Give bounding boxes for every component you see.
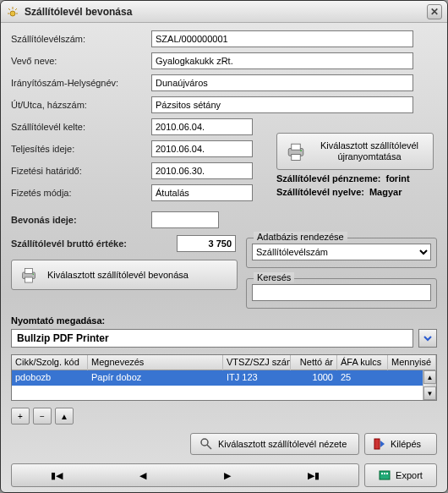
label-street: Út/Utca, házszám: bbox=[11, 100, 146, 110]
export-button[interactable]: Export bbox=[364, 463, 437, 487]
currency-label: Szállítólevél pénzneme: bbox=[276, 173, 380, 184]
col-code[interactable]: Cikk/Szolg. kód bbox=[12, 355, 88, 370]
input-gross-value[interactable] bbox=[177, 235, 236, 252]
currency-value: forint bbox=[385, 173, 409, 184]
pager: ▮◀ ◀ ▶ ▶▮ bbox=[11, 463, 359, 487]
window-title: Szállítólevél bevonása bbox=[25, 6, 427, 18]
reprint-label: Kiválasztott szállítólevél újranyomtatás… bbox=[313, 140, 426, 162]
label-buyer-name: Vevő neve: bbox=[11, 56, 146, 66]
col-name[interactable]: Megnevezés bbox=[88, 355, 223, 370]
export-icon bbox=[379, 469, 391, 481]
search-input[interactable] bbox=[252, 284, 431, 301]
vertical-scrollbar[interactable]: ▲ ▼ bbox=[423, 370, 436, 400]
db-order-legend: Adatbázis rendezése bbox=[254, 232, 347, 242]
svg-line-15 bbox=[207, 445, 211, 449]
svg-rect-7 bbox=[292, 144, 301, 150]
label-gross-value: Szállítólevél bruttó értéke: bbox=[11, 238, 172, 249]
lang-label: Szállítólevél nyelve: bbox=[276, 187, 364, 197]
exit-label: Kilépés bbox=[391, 439, 421, 449]
col-qty[interactable]: Mennyisé bbox=[388, 355, 436, 370]
label-include-time: Bevonás ideje: bbox=[11, 215, 146, 225]
svg-point-0 bbox=[10, 11, 15, 16]
exit-button[interactable]: Kilépés bbox=[364, 433, 437, 455]
svg-rect-20 bbox=[386, 473, 388, 474]
svg-rect-16 bbox=[374, 439, 380, 449]
lang-value: Magyar bbox=[369, 187, 402, 197]
magnifier-icon bbox=[199, 437, 213, 451]
svg-rect-11 bbox=[25, 269, 33, 274]
input-city-zip[interactable] bbox=[151, 74, 413, 91]
window: Szállítólevél bevonása ✕ Szállítólevélsz… bbox=[0, 0, 448, 493]
db-order-select[interactable]: Szállítólevélszám bbox=[252, 244, 431, 260]
chevron-down-icon bbox=[423, 333, 433, 343]
input-delivery-date[interactable] bbox=[151, 118, 253, 135]
nav-up-button[interactable]: ▲ bbox=[55, 408, 74, 425]
search-legend: Keresés bbox=[254, 272, 294, 282]
view-button[interactable]: Kiválasztott szállítólevél nézete bbox=[190, 433, 359, 455]
nav-plus-button[interactable]: + bbox=[11, 408, 30, 425]
reprint-button[interactable]: Kiválasztott szállítólevél újranyomtatás… bbox=[276, 133, 434, 170]
label-city-zip: Irányítószám-Helységnév: bbox=[11, 78, 146, 88]
col-vat[interactable]: ÁFA kulcs bbox=[337, 355, 388, 370]
include-label: Kiválasztott szállítólevél bevonása bbox=[47, 270, 188, 280]
svg-rect-19 bbox=[384, 473, 385, 474]
scroll-up-icon[interactable]: ▲ bbox=[423, 370, 436, 384]
label-payment-deadline: Fizetési határidő: bbox=[11, 166, 146, 176]
input-buyer-name[interactable] bbox=[151, 52, 413, 69]
search-group: Keresés bbox=[246, 278, 437, 309]
svg-line-3 bbox=[15, 8, 17, 10]
export-label: Export bbox=[396, 470, 423, 480]
printer-icon bbox=[19, 265, 39, 285]
input-street[interactable] bbox=[151, 96, 413, 113]
pager-first[interactable]: ▮◀ bbox=[51, 470, 63, 481]
input-delivery-note-number[interactable] bbox=[151, 30, 413, 47]
scroll-down-icon[interactable]: ▼ bbox=[423, 386, 436, 400]
svg-rect-18 bbox=[381, 473, 383, 474]
col-vtsz[interactable]: VTSZ/SZJ szám bbox=[223, 355, 291, 370]
titlebar: Szállítólevél bevonása ✕ bbox=[1, 1, 447, 23]
printer-caption: Nyomtató megadása: bbox=[11, 315, 437, 326]
printer-icon bbox=[284, 140, 308, 163]
label-delivery-date: Szállítólevél kelte: bbox=[11, 122, 146, 132]
svg-point-14 bbox=[201, 439, 208, 446]
table-row[interactable]: pdobozb Papír doboz ITJ 123 1000 25 bbox=[12, 370, 436, 386]
svg-point-9 bbox=[300, 150, 302, 151]
include-button[interactable]: Kiválasztott szállítólevél bevonása bbox=[11, 260, 238, 290]
svg-rect-8 bbox=[292, 155, 301, 161]
items-table[interactable]: Cikk/Szolg. kód Megnevezés VTSZ/SZJ szám… bbox=[11, 354, 437, 401]
nav-minus-button[interactable]: − bbox=[33, 408, 52, 425]
svg-rect-12 bbox=[25, 277, 33, 282]
app-icon bbox=[6, 5, 19, 19]
printer-dropdown-button[interactable] bbox=[418, 329, 437, 348]
exit-icon bbox=[374, 438, 385, 450]
input-fulfillment-date[interactable] bbox=[151, 140, 253, 157]
input-include-time[interactable] bbox=[151, 211, 219, 228]
col-net[interactable]: Nettó ár bbox=[291, 355, 337, 370]
pager-last[interactable]: ▶▮ bbox=[308, 470, 320, 481]
db-order-group: Adatbázis rendezése Szállítólevélszám bbox=[246, 238, 437, 268]
svg-point-13 bbox=[33, 274, 35, 276]
label-payment-method: Fizetés módja: bbox=[11, 188, 146, 198]
table-body: pdobozb Papír doboz ITJ 123 1000 25 bbox=[12, 370, 436, 400]
pager-next[interactable]: ▶ bbox=[224, 470, 231, 481]
input-payment-deadline[interactable] bbox=[151, 162, 253, 179]
svg-line-2 bbox=[8, 8, 10, 10]
label-fulfillment-date: Teljesítés ideje: bbox=[11, 144, 146, 154]
printer-name: Bullzip PDF Printer bbox=[11, 329, 413, 348]
view-label: Kiválasztott szállítólevél nézete bbox=[218, 439, 347, 449]
label-delivery-note-number: Szállítólevélszám: bbox=[11, 34, 146, 44]
close-button[interactable]: ✕ bbox=[427, 4, 442, 19]
svg-rect-17 bbox=[380, 471, 390, 479]
input-payment-method[interactable] bbox=[151, 184, 253, 201]
pager-prev[interactable]: ◀ bbox=[139, 470, 146, 481]
